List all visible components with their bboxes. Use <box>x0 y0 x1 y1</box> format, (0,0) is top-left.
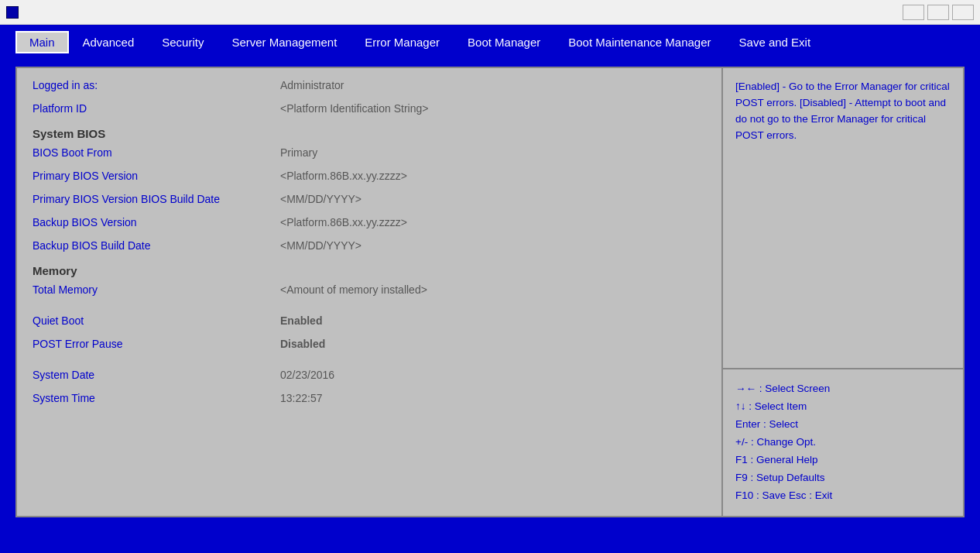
key-bindings: →← : Select Screen↑↓ : Select ItemEnter … <box>723 369 963 516</box>
menu-item-save-and-exit[interactable]: Save and Exit <box>725 31 825 53</box>
section-header-memory: Memory <box>33 264 706 277</box>
info-label: Backup BIOS Build Date <box>33 239 280 252</box>
menu-item-boot-manager[interactable]: Boot Manager <box>454 31 554 53</box>
title-bar-controls <box>903 5 974 20</box>
info-row: Quiet BootEnabled <box>33 314 706 331</box>
info-label: Backup BIOS Version <box>33 216 280 228</box>
key-binding: F10 : Save Esc : Exit <box>735 487 951 505</box>
help-text: [Enabled] - Go to the Error Manager for … <box>723 68 963 369</box>
key-binding: ↑↓ : Select Item <box>735 398 951 416</box>
info-label: System Date <box>33 369 280 381</box>
info-row: System Time13:22:57 <box>33 392 706 409</box>
left-panel: Logged in as:AdministratorPlatform ID<Pl… <box>17 68 723 516</box>
content-area: Logged in as:AdministratorPlatform ID<Pl… <box>15 67 965 517</box>
menu-item-server-management[interactable]: Server Management <box>218 31 351 53</box>
info-row: Total Memory<Amount of memory installed> <box>33 283 706 301</box>
app-icon <box>6 6 19 19</box>
title-bar <box>0 0 980 25</box>
menu-item-main[interactable]: Main <box>15 31 69 53</box>
key-binding: →← : Select Screen <box>735 380 951 398</box>
menu-item-error-manager[interactable]: Error Manager <box>351 31 454 53</box>
info-row: Platform ID<Platform Identification Stri… <box>33 102 706 119</box>
info-row: Backup BIOS Version<Platform.86B.xx.yy.z… <box>33 216 706 233</box>
info-value: <MM/DD/YYYY> <box>280 193 362 205</box>
key-binding: Enter : Select <box>735 416 951 434</box>
info-label: Total Memory <box>33 283 280 296</box>
info-value: 13:22:57 <box>280 392 323 404</box>
section-header-system-bios: System BIOS <box>33 127 706 140</box>
bottom-bar <box>0 525 980 553</box>
info-label: Quiet Boot <box>33 314 280 327</box>
info-value: 02/23/2016 <box>280 369 334 381</box>
info-value: Administrator <box>280 79 344 91</box>
section-divider <box>33 361 706 369</box>
key-binding: F9 : Setup Defaults <box>735 469 951 487</box>
info-label: POST Error Pause <box>33 338 280 350</box>
info-row: Backup BIOS Build Date<MM/DD/YYYY> <box>33 239 706 256</box>
info-value: Primary <box>280 146 317 159</box>
menu-item-security[interactable]: Security <box>148 31 218 53</box>
info-value: Disabled <box>280 338 325 350</box>
info-row: BIOS Boot FromPrimary <box>33 146 706 163</box>
info-label: BIOS Boot From <box>33 146 280 159</box>
close-button[interactable] <box>952 5 974 20</box>
info-row: Primary BIOS Version<Platform.86B.xx.yy.… <box>33 170 706 187</box>
info-value: <Platform Identification String> <box>280 102 428 115</box>
info-row: POST Error PauseDisabled <box>33 338 706 355</box>
info-label: Logged in as: <box>33 79 280 91</box>
info-row: System Date02/23/2016 <box>33 369 706 386</box>
info-label: Primary BIOS Version <box>33 170 280 182</box>
info-label: Platform ID <box>33 102 280 115</box>
menu-item-boot-maintenance-manager[interactable]: Boot Maintenance Manager <box>554 31 725 53</box>
menu-bar: MainAdvancedSecurityServer ManagementErr… <box>0 25 980 59</box>
key-binding: F1 : General Help <box>735 452 951 469</box>
info-value: Enabled <box>280 314 322 327</box>
info-row: Logged in as:Administrator <box>33 79 706 96</box>
restore-button[interactable] <box>927 5 949 20</box>
info-label: System Time <box>33 392 280 404</box>
info-label: Primary BIOS Version BIOS Build Date <box>33 193 280 205</box>
section-divider <box>33 307 706 314</box>
menu-item-advanced[interactable]: Advanced <box>69 31 149 53</box>
info-value: <Platform.86B.xx.yy.zzzz> <box>280 170 407 182</box>
info-value: <MM/DD/YYYY> <box>280 239 362 252</box>
key-binding: +/- : Change Opt. <box>735 434 951 452</box>
info-value: <Amount of memory installed> <box>280 283 427 296</box>
minimize-button[interactable] <box>903 5 924 20</box>
info-row: Primary BIOS Version BIOS Build Date<MM/… <box>33 193 706 210</box>
right-panel: [Enabled] - Go to the Error Manager for … <box>723 68 963 516</box>
info-value: <Platform.86B.xx.yy.zzzz> <box>280 216 407 228</box>
